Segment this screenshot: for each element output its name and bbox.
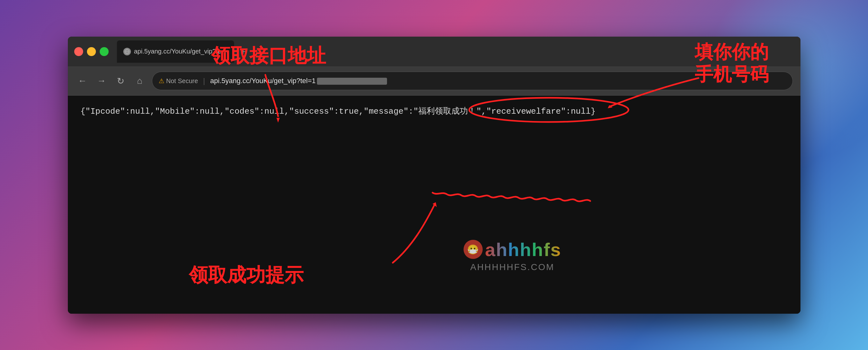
url-text: api.5yang.cc/YouKu/get_vip?tel=1 bbox=[210, 77, 316, 85]
minimize-button[interactable] bbox=[87, 47, 96, 56]
tab-bar: api.5yang.cc/YouKu/get_vip?te × + bbox=[117, 40, 794, 63]
home-button[interactable]: ⌂ bbox=[133, 74, 147, 88]
active-tab[interactable]: api.5yang.cc/YouKu/get_vip?te × bbox=[117, 40, 234, 63]
browser-window: api.5yang.cc/YouKu/get_vip?te × + ← → ↻ … bbox=[68, 37, 801, 314]
content-area: {"Ipcode":null,"Mobile":null,"codes":nul… bbox=[68, 96, 801, 314]
address-url: api.5yang.cc/YouKu/get_vip?tel=1 bbox=[210, 77, 786, 85]
globe-icon bbox=[125, 49, 130, 54]
security-warning: ⚠ Not Secure bbox=[159, 77, 198, 85]
reload-button[interactable]: ↻ bbox=[114, 74, 128, 88]
title-bar: api.5yang.cc/YouKu/get_vip?te × + bbox=[68, 37, 801, 67]
not-secure-label: Not Secure bbox=[166, 77, 198, 85]
back-button[interactable]: ← bbox=[75, 74, 90, 88]
new-tab-button[interactable]: + bbox=[237, 45, 249, 58]
tab-favicon bbox=[123, 48, 131, 56]
nav-bar: ← → ↻ ⌂ ⚠ Not Secure | api.5yang.cc/YouK… bbox=[68, 67, 801, 96]
close-button[interactable] bbox=[74, 47, 83, 56]
tab-close-button[interactable]: × bbox=[224, 48, 228, 55]
address-separator: | bbox=[203, 76, 205, 85]
address-bar[interactable]: ⚠ Not Secure | api.5yang.cc/YouKu/get_vi… bbox=[152, 72, 793, 90]
tab-title: api.5yang.cc/YouKu/get_vip?te bbox=[134, 48, 221, 55]
url-blurred-phone bbox=[317, 78, 387, 85]
json-response: {"Ipcode":null,"Mobile":null,"codes":nul… bbox=[81, 105, 788, 119]
maximize-button[interactable] bbox=[100, 47, 108, 56]
window-controls bbox=[74, 47, 108, 56]
forward-button[interactable]: → bbox=[95, 74, 108, 88]
warning-icon: ⚠ bbox=[159, 77, 164, 85]
